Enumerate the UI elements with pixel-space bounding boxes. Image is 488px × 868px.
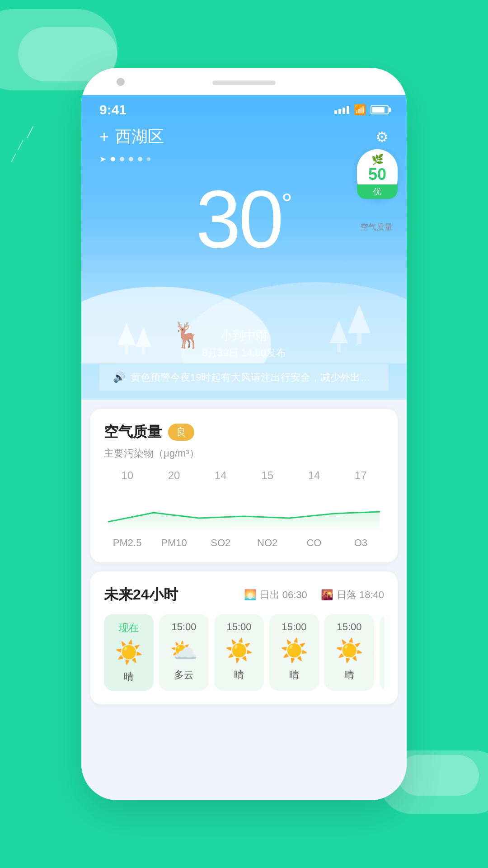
phone-speaker <box>212 80 276 85</box>
battery-fill <box>372 107 385 113</box>
location-dot-1 <box>120 157 124 161</box>
chart-value-so2: 14 <box>197 469 244 482</box>
weather-header: 9:41 📶 + 西湖 <box>81 95 407 400</box>
aqi-leaf-icon: 🌿 <box>365 154 389 165</box>
pollutant-label: 主要污染物（μg/m³） <box>104 447 384 460</box>
battery-icon <box>371 105 389 114</box>
phone-frame: 9:41 📶 + 西湖 <box>81 68 407 800</box>
chart-label-no2: NO2 <box>244 537 291 549</box>
location-dots: ➤ <box>99 152 389 170</box>
forecast-header: 未来24小时 🌅 日出 06:30 🌇 日落 18:40 <box>104 585 384 605</box>
forecast-desc-1: 多云 <box>174 668 194 682</box>
weather-publish-time: 8月39日 14:00发布 <box>99 346 389 360</box>
phone-camera <box>117 78 125 86</box>
forecast-item-0: 现在 ☀️ 晴 <box>104 614 154 691</box>
sunset-time: 日落 18:40 <box>337 588 384 602</box>
status-icons: 📶 <box>334 104 389 116</box>
chart-label-co: CO <box>291 537 337 549</box>
chart-value-pm10: 20 <box>150 469 197 482</box>
forecast-scroll[interactable]: 现在 ☀️ 晴 15:00 ⛅ 多云 15:00 ☀️ 晴 <box>104 614 384 691</box>
air-quality-title-row: 空气质量 良 <box>104 422 384 442</box>
chart-value-co: 14 <box>291 469 337 482</box>
forecast-weather-3: ☀️ <box>280 639 308 662</box>
forecast-time-2: 15:00 <box>226 621 251 633</box>
bird-icon: ╱ <box>27 127 33 138</box>
sunrise-icon: 🌅 <box>244 589 256 601</box>
bird-icon: ╱ <box>11 154 16 162</box>
city-name: 西湖区 <box>115 126 164 148</box>
temperature-degree: ° <box>282 188 292 219</box>
chart-labels: PM2.5 PM10 SO2 NO2 CO O3 <box>104 537 384 549</box>
location-dot-0 <box>111 157 115 161</box>
sunrise-info: 🌅 日出 06:30 <box>244 588 307 602</box>
status-bar: 9:41 📶 <box>99 95 389 121</box>
forecast-weather-4: ☀️ <box>335 639 363 662</box>
forecast-desc-2: 晴 <box>234 668 244 682</box>
chart-value-o3: 17 <box>338 469 384 482</box>
chart-value-pm25: 10 <box>104 469 150 482</box>
chart-label-pm25: PM2.5 <box>104 537 150 549</box>
chart-values: 10 20 14 15 14 17 <box>104 469 384 482</box>
forecast-item-3: 15:00 ☀️ 晴 <box>269 614 319 691</box>
phone-content: 9:41 📶 + 西湖 <box>81 95 407 800</box>
forecast-desc-4: 晴 <box>344 668 354 682</box>
forecast-time-0: 现在 <box>119 621 139 635</box>
chart-value-no2: 15 <box>244 469 291 482</box>
location-dot-4 <box>147 157 150 161</box>
alert-bar: 🔊 黄色预警今夜19时起有大风请注出行安全，减少外出需求 <box>99 364 389 391</box>
air-quality-chart <box>104 486 384 531</box>
settings-button[interactable]: ⚙ <box>375 128 389 146</box>
temp-area: 30 ° <box>99 170 389 269</box>
forecast-item-5: 15:0 ☀️ 晴 <box>380 614 384 691</box>
add-city-button[interactable]: + <box>99 129 109 145</box>
location-dot-2 <box>129 157 133 161</box>
top-nav: + 西湖区 ⚙ <box>99 121 389 152</box>
forecast-item-4: 15:00 ☀️ 晴 <box>324 614 374 691</box>
location-arrow-icon: ➤ <box>99 154 106 164</box>
content-area: 空气质量 良 主要污染物（μg/m³） 10 20 14 15 14 17 <box>81 400 407 800</box>
bird-icon: ╱ <box>18 140 23 150</box>
forecast-desc-3: 晴 <box>289 668 299 682</box>
nav-left: + 西湖区 <box>99 126 164 148</box>
bg-cloud-4 <box>398 755 479 796</box>
sunset-info: 🌇 日落 18:40 <box>321 588 384 602</box>
air-quality-card: 空气质量 良 主要污染物（μg/m³） 10 20 14 15 14 17 <box>90 409 398 562</box>
temperature-value: 30 <box>196 179 282 260</box>
forecast-weather-1: ⛅ <box>170 639 198 662</box>
forecast-weather-0: ☀️ <box>115 641 143 664</box>
forecast-time-3: 15:00 <box>282 621 306 633</box>
weather-description: 小到中雨 <box>99 328 389 344</box>
sunrise-time: 日出 06:30 <box>260 588 307 602</box>
sunset-icon: 🌇 <box>321 589 333 601</box>
sun-info: 🌅 日出 06:30 🌇 日落 18:40 <box>244 588 384 602</box>
location-dot-3 <box>138 157 142 161</box>
status-time: 9:41 <box>99 102 127 118</box>
forecast-item-2: 15:00 ☀️ 晴 <box>214 614 264 691</box>
chart-label-o3: O3 <box>338 537 384 549</box>
chart-label-pm10: PM10 <box>150 537 197 549</box>
forecast-weather-2: ☀️ <box>225 639 253 662</box>
chart-label-so2: SO2 <box>197 537 244 549</box>
forecast-time-1: 15:00 <box>171 621 196 633</box>
air-quality-badge: 良 <box>168 424 194 441</box>
forecast-title: 未来24小时 <box>104 585 178 605</box>
forecast-item-1: 15:00 ⛅ 多云 <box>159 614 209 691</box>
forecast-card: 未来24小时 🌅 日出 06:30 🌇 日落 18:40 <box>90 571 398 704</box>
alert-icon: 🔊 <box>113 372 125 383</box>
signal-icon <box>334 106 349 114</box>
wifi-icon: 📶 <box>354 104 366 116</box>
alert-text: 黄色预警今夜19时起有大风请注出行安全，减少外出需求 <box>131 371 375 384</box>
forecast-desc-0: 晴 <box>124 670 134 684</box>
air-quality-title: 空气质量 <box>104 422 162 442</box>
forecast-time-4: 15:00 <box>337 621 361 633</box>
